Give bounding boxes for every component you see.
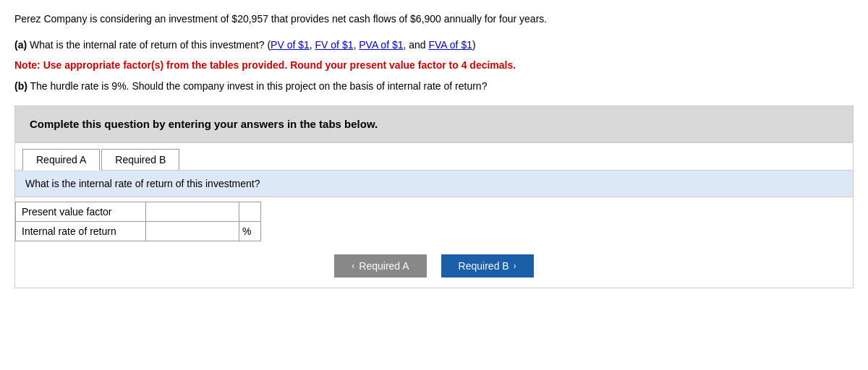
pv-link[interactable]: PV of $1	[271, 39, 310, 51]
tabs-container: Required A Required B What is the intern…	[14, 142, 854, 288]
answer-table: Present value factor Internal rate of re…	[15, 202, 261, 241]
pvf-suffix	[239, 202, 261, 222]
fva-link[interactable]: FVA of $1	[429, 39, 472, 51]
tab-required-a[interactable]: Required A	[22, 149, 100, 171]
question-a-text: What is the internal rate of return of t…	[30, 39, 271, 51]
pvf-input[interactable]	[149, 206, 237, 218]
table-row: Present value factor	[16, 202, 261, 222]
nav-buttons: ‹ Required A Required B ›	[15, 244, 853, 288]
irr-input[interactable]	[149, 225, 237, 237]
row-label-irr: Internal rate of return	[16, 222, 146, 241]
tab-question: What is the internal rate of return of t…	[15, 171, 853, 197]
tab-required-b[interactable]: Required B	[101, 149, 179, 170]
next-button[interactable]: Required B ›	[441, 254, 534, 278]
pvf-input-cell[interactable]	[145, 202, 239, 222]
question-b-label: (b)	[14, 80, 27, 92]
irr-suffix: %	[239, 222, 261, 241]
question-a-label: (a)	[14, 39, 27, 51]
prev-button[interactable]: ‹ Required A	[334, 254, 426, 278]
question-b-text: The hurdle rate is 9%. Should the compan…	[30, 80, 488, 92]
row-label-pvf: Present value factor	[16, 202, 146, 222]
next-button-label: Required B	[459, 260, 509, 272]
tabs-row: Required A Required B	[15, 143, 853, 171]
table-row: Internal rate of return %	[16, 222, 261, 241]
note-text: Note: Use appropriate factor(s) from the…	[14, 57, 854, 73]
tab-content: What is the internal rate of return of t…	[15, 171, 853, 288]
intro-text: Perez Company is considering an investme…	[14, 12, 854, 27]
pva-link[interactable]: PVA of $1	[359, 39, 403, 51]
irr-input-cell[interactable]	[145, 222, 239, 241]
fv-link[interactable]: FV of $1	[315, 39, 354, 51]
prev-chevron-icon: ‹	[352, 261, 354, 271]
complete-banner: Complete this question by entering your …	[14, 106, 854, 142]
prev-button-label: Required A	[359, 260, 409, 272]
next-chevron-icon: ›	[514, 261, 516, 271]
